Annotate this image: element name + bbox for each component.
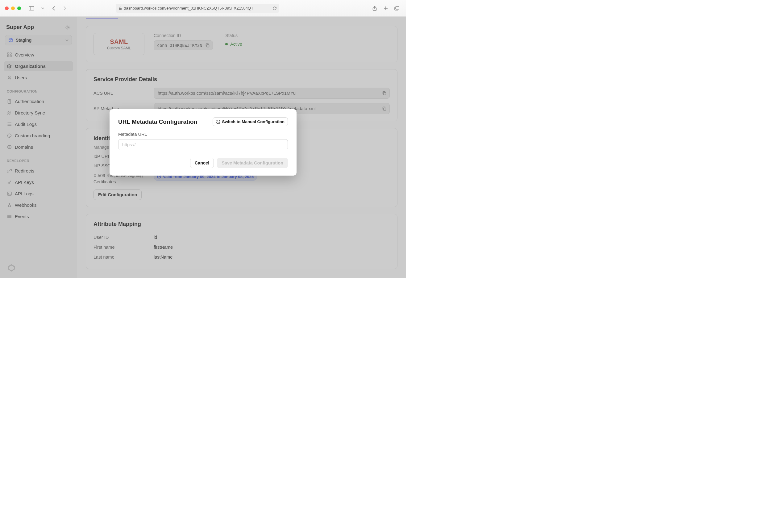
lock-icon (119, 6, 122, 10)
modal-overlay[interactable]: URL Metadata Configuration Switch to Man… (0, 17, 406, 278)
modal-title: URL Metadata Configuration (118, 118, 197, 125)
share-icon[interactable] (370, 4, 379, 13)
nav-back-button[interactable] (49, 4, 58, 13)
new-tab-icon[interactable] (381, 4, 390, 13)
url-metadata-modal: URL Metadata Configuration Switch to Man… (110, 109, 297, 176)
swap-icon (216, 120, 220, 124)
url-bar[interactable]: dashboard.workos.com/environment_01HKNCZ… (116, 4, 279, 13)
switch-to-manual-button[interactable]: Switch to Manual Configuration (213, 117, 288, 126)
refresh-icon[interactable] (272, 6, 277, 10)
svg-rect-4 (396, 6, 399, 9)
svg-rect-2 (119, 8, 122, 10)
metadata-url-input[interactable] (118, 139, 288, 150)
traffic-lights (5, 6, 21, 10)
cancel-button[interactable]: Cancel (190, 158, 214, 168)
window-close-button[interactable] (5, 6, 9, 10)
nav-forward-button[interactable] (61, 4, 69, 13)
window-minimize-button[interactable] (11, 6, 15, 10)
svg-rect-0 (29, 6, 34, 10)
save-metadata-button[interactable]: Save Metadata Configuration (217, 158, 288, 168)
metadata-url-label: Metadata URL (118, 132, 288, 137)
window-zoom-button[interactable] (17, 6, 21, 10)
tabs-overview-icon[interactable] (393, 4, 401, 13)
sidebar-toggle-icon[interactable] (27, 4, 36, 13)
browser-chrome: dashboard.workos.com/environment_01HKNCZ… (0, 0, 406, 17)
url-text: dashboard.workos.com/environment_01HKNCZ… (124, 6, 253, 10)
chevron-down-icon[interactable] (38, 4, 47, 13)
